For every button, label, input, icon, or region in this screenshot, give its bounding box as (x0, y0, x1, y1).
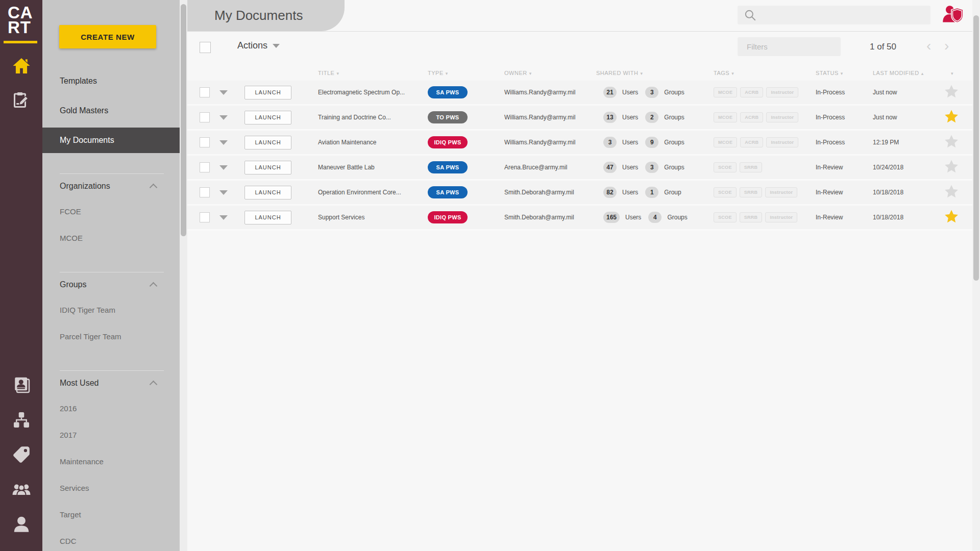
create-new-button[interactable]: CREATE NEW (59, 25, 156, 48)
type-badge: SA PWS (428, 86, 468, 98)
document-title[interactable]: Support Services (300, 214, 428, 221)
row-checkbox[interactable] (200, 187, 210, 197)
section-header-most-used[interactable]: Most Used (42, 371, 180, 395)
tags-cell: SCOESRRBInstructor (714, 212, 816, 222)
row-expander-icon[interactable] (219, 90, 228, 95)
column-shared-with[interactable]: SHARED WITH▾ (596, 70, 714, 76)
last-modified: Just now (873, 89, 937, 96)
launch-button[interactable]: LAUNCH (244, 136, 291, 149)
shared-with-cell: 82 Users 1 Group (596, 187, 714, 198)
sidebar-item-templates[interactable]: Templates (42, 68, 180, 94)
favorite-star-icon[interactable] (944, 134, 959, 148)
column-tags[interactable]: TAGS▾ (714, 70, 816, 76)
favorite-star-icon[interactable] (944, 109, 959, 123)
document-title[interactable]: Electromagnetic Spectrum Op... (300, 89, 428, 96)
row-checkbox[interactable] (200, 162, 210, 172)
owner-email: Arena.Bruce@army.mil (504, 164, 596, 171)
app-logo[interactable]: CA RT (8, 5, 33, 35)
row-expander-icon[interactable] (219, 115, 228, 120)
row-expander-icon[interactable] (219, 190, 228, 195)
page-next-icon[interactable]: › (944, 36, 949, 56)
sidebar-item-parcel-tiger-team[interactable]: Parcel Tiger Team (42, 323, 180, 350)
sidebar-item-cdc[interactable]: CDC (42, 528, 180, 551)
home-icon[interactable] (0, 56, 42, 76)
type-badge: SA PWS (428, 161, 468, 173)
sidebar-item-target[interactable]: Target (42, 502, 180, 528)
compose-clipboard-icon[interactable] (0, 91, 42, 109)
section-header-groups[interactable]: Groups (42, 272, 180, 297)
sidebar: CREATE NEW TemplatesGold MastersMy Docum… (42, 0, 180, 551)
row-expander-icon[interactable] (219, 215, 228, 220)
sidebar-item-maintenance[interactable]: Maintenance (42, 448, 180, 475)
sidebar-item-mcoe[interactable]: MCOE (42, 225, 180, 252)
column-status[interactable]: STATUS▾ (816, 70, 873, 76)
table-row: LAUNCH Aviation Maintenance IDIQ PWS Wil… (187, 131, 972, 156)
document-title[interactable]: Training and Doctrine Co... (300, 114, 428, 121)
sidebar-item-gold-masters[interactable]: Gold Masters (42, 98, 180, 123)
page-scrollbar[interactable] (972, 0, 980, 551)
launch-button[interactable]: LAUNCH (244, 111, 291, 124)
document-title[interactable]: Operation Environment Core... (300, 189, 428, 196)
favorite-star-icon[interactable] (944, 184, 959, 198)
owner-email: Williams.Randy@army.mil (504, 139, 596, 146)
sidebar-item-idiq-tiger-team[interactable]: IDIQ Tiger Team (42, 297, 180, 323)
tag-chip: MCOE (714, 87, 737, 97)
sidebar-item-my-documents[interactable]: My Documents (42, 128, 180, 153)
user-icon[interactable] (0, 514, 42, 534)
tag-chip: Instructor (765, 187, 797, 197)
groups-label: Groups (664, 114, 684, 121)
users-label: Users (625, 214, 641, 221)
search-input[interactable] (757, 11, 930, 19)
favorite-star-icon[interactable] (944, 159, 959, 173)
groups-icon[interactable] (0, 480, 42, 499)
user-shield-icon[interactable] (941, 3, 965, 28)
sidebar-item-fcoe[interactable]: FCOE (42, 198, 180, 225)
contacts-icon[interactable] (0, 375, 42, 394)
table-row: LAUNCH Support Services IDIQ PWS Smith.D… (187, 206, 972, 231)
page-scrollbar-thumb[interactable] (973, 15, 979, 281)
tag-icon[interactable] (0, 445, 42, 464)
page-prev-icon[interactable]: ‹ (926, 36, 931, 56)
org-chart-icon[interactable] (0, 411, 42, 429)
document-title[interactable]: Aviation Maintenance (300, 139, 428, 146)
sidebar-item-2017[interactable]: 2017 (42, 422, 180, 448)
sidebar-item-services[interactable]: Services (42, 475, 180, 502)
tag-chip: Instructor (766, 137, 798, 147)
groups-label: Group (664, 189, 681, 196)
document-title[interactable]: Maneuver Battle Lab (300, 164, 428, 171)
column-owner[interactable]: OWNER▾ (504, 70, 596, 76)
users-label: Users (622, 89, 638, 96)
search-box[interactable] (738, 6, 930, 24)
launch-button[interactable]: LAUNCH (244, 161, 291, 174)
launch-button[interactable]: LAUNCH (244, 86, 291, 99)
launch-button[interactable]: LAUNCH (244, 211, 291, 224)
tag-chip: MCOE (714, 137, 737, 147)
actions-menu[interactable]: Actions (237, 40, 280, 51)
sidebar-scrollbar[interactable] (180, 0, 187, 551)
tag-chip: ACRB (740, 137, 763, 147)
favorite-star-icon[interactable] (944, 84, 959, 98)
section-title: Most Used (60, 379, 99, 387)
last-modified: 10/24/2018 (873, 164, 937, 171)
sidebar-scrollbar-thumb[interactable] (181, 4, 186, 236)
launch-button[interactable]: LAUNCH (244, 186, 291, 199)
row-checkbox[interactable] (200, 137, 210, 147)
owner-email: Smith.Deborah@army.mil (504, 189, 596, 196)
filters-input[interactable] (738, 37, 841, 56)
column-options[interactable]: ▾ (937, 70, 966, 76)
row-checkbox[interactable] (200, 87, 210, 97)
row-checkbox[interactable] (200, 112, 210, 122)
row-checkbox[interactable] (200, 212, 210, 222)
actions-label: Actions (237, 40, 267, 51)
column-title[interactable]: TITLE▾ (300, 70, 428, 76)
status-text: In-Process (816, 139, 873, 146)
row-expander-icon[interactable] (219, 140, 228, 145)
column-type[interactable]: TYPE▾ (428, 70, 504, 76)
sidebar-item-2016[interactable]: 2016 (42, 395, 180, 422)
favorite-star-icon[interactable] (944, 209, 959, 223)
column-last-modified[interactable]: LAST MODIFIED▴ (873, 70, 937, 76)
select-all-checkbox[interactable] (200, 42, 211, 53)
chevron-up-icon (150, 282, 158, 290)
row-expander-icon[interactable] (219, 165, 228, 170)
section-header-organizations[interactable]: Organizations (42, 174, 180, 198)
